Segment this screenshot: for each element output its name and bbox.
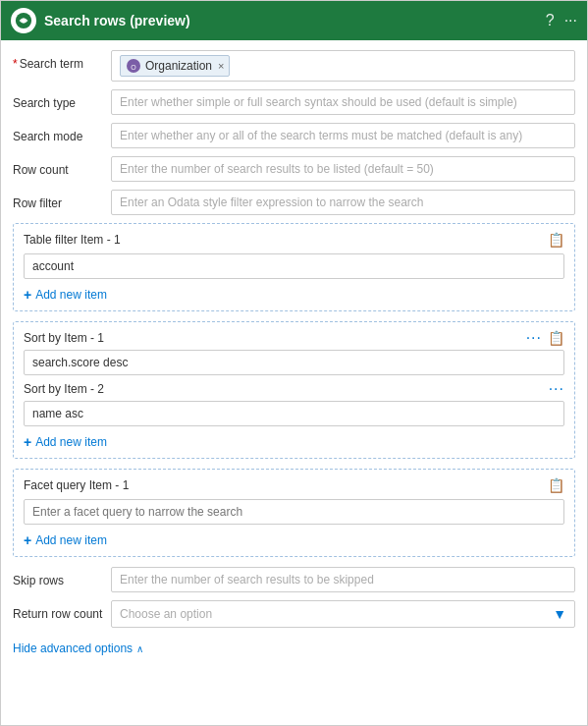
table-filter-title: Table filter Item - 1: [24, 233, 121, 247]
sort-item-1-input[interactable]: [24, 350, 564, 375]
sort-item-1: Sort by Item - 1 ··· 📋: [24, 330, 564, 375]
search-term-row: *Search term O Organization ×: [13, 50, 575, 82]
hide-advanced-label: Hide advanced options: [13, 642, 133, 655]
row-count-input[interactable]: [111, 156, 575, 182]
return-row-count-dropdown[interactable]: Choose an option ▼: [111, 600, 575, 628]
skip-rows-input[interactable]: [111, 567, 575, 592]
table-filter-actions: 📋: [548, 232, 564, 248]
app-logo: [11, 8, 36, 33]
table-filter-copy-icon[interactable]: 📋: [548, 232, 564, 248]
table-filter-input[interactable]: [24, 253, 564, 279]
search-type-row: Search type: [13, 89, 575, 115]
search-mode-row: Search mode: [13, 123, 575, 148]
sort-add-label: Add new item: [35, 435, 107, 449]
hide-advanced-link[interactable]: Hide advanced options ∧: [13, 642, 143, 655]
row-count-label: Row count: [13, 156, 111, 177]
chevron-up-icon: ∧: [136, 643, 143, 654]
table-filter-section: Table filter Item - 1 📋 + Add new item: [13, 223, 575, 311]
tag-close-button[interactable]: ×: [218, 60, 224, 72]
header: Search rows (preview) ? ···: [1, 1, 587, 40]
svg-point-1: [22, 19, 27, 24]
facet-query-actions: 📋: [548, 477, 564, 493]
facet-query-copy-icon[interactable]: 📋: [548, 477, 564, 493]
return-row-count-label: Return row count: [13, 600, 111, 621]
facet-query-title: Facet query Item - 1: [24, 478, 129, 492]
window-title: Search rows (preview): [44, 13, 538, 28]
skip-rows-row: Skip rows: [13, 567, 575, 592]
sort-item-2-input[interactable]: [24, 401, 564, 426]
search-mode-label: Search mode: [13, 123, 111, 143]
sort-item-1-header: Sort by Item - 1 ··· 📋: [24, 330, 564, 346]
sort-item-1-actions: ··· 📋: [526, 330, 564, 346]
plus-icon-2: +: [24, 434, 31, 450]
search-type-input[interactable]: [111, 89, 575, 115]
sort-item-1-dots[interactable]: ···: [526, 330, 542, 346]
sort-item-2-actions: ···: [549, 381, 564, 397]
facet-add-label: Add new item: [35, 533, 107, 547]
sort-item-1-copy-icon[interactable]: 📋: [548, 330, 564, 346]
return-row-count-row: Return row count Choose an option ▼: [13, 600, 575, 628]
sort-add-button[interactable]: + Add new item: [24, 434, 107, 450]
row-filter-label: Row filter: [13, 190, 111, 210]
required-marker: *: [13, 57, 18, 71]
search-term-label: *Search term: [13, 50, 111, 71]
table-filter-add-button[interactable]: + Add new item: [24, 287, 107, 303]
plus-icon-3: +: [24, 532, 31, 548]
sort-item-2-title: Sort by Item - 2: [24, 382, 104, 396]
row-filter-row: Row filter: [13, 190, 575, 215]
organization-icon: O: [126, 58, 141, 74]
row-count-row: Row count: [13, 156, 575, 182]
help-icon[interactable]: ?: [546, 12, 555, 29]
header-actions: ? ···: [546, 12, 577, 29]
facet-query-section: Facet query Item - 1 📋 + Add new item: [13, 469, 575, 557]
search-term-field[interactable]: O Organization ×: [111, 50, 575, 82]
sort-item-2-dots[interactable]: ···: [549, 381, 564, 397]
row-filter-input[interactable]: [111, 190, 575, 215]
sort-item-2: Sort by Item - 2 ···: [24, 381, 564, 426]
main-content: *Search term O Organization × Search typ…: [1, 40, 587, 725]
plus-icon: +: [24, 287, 31, 303]
search-type-label: Search type: [13, 89, 111, 110]
facet-query-header: Facet query Item - 1 📋: [24, 477, 564, 493]
sort-item-1-title: Sort by Item - 1: [24, 331, 104, 345]
facet-add-button[interactable]: + Add new item: [24, 532, 107, 548]
search-term-tag[interactable]: O Organization ×: [120, 55, 230, 77]
sort-item-2-header: Sort by Item - 2 ···: [24, 381, 564, 397]
dropdown-arrow-icon: ▼: [553, 606, 566, 622]
hide-advanced-row: Hide advanced options ∧: [13, 636, 575, 657]
add-item-label: Add new item: [35, 288, 107, 302]
table-filter-header: Table filter Item - 1 📋: [24, 232, 564, 248]
search-mode-input[interactable]: [111, 123, 575, 148]
dropdown-placeholder: Choose an option: [120, 607, 212, 621]
facet-query-input[interactable]: [24, 499, 564, 525]
skip-rows-label: Skip rows: [13, 567, 111, 587]
more-icon[interactable]: ···: [564, 12, 577, 29]
sort-by-section: Sort by Item - 1 ··· 📋 Sort by Item - 2 …: [13, 321, 575, 459]
tag-text: Organization: [145, 59, 212, 73]
svg-text:O: O: [131, 64, 136, 71]
